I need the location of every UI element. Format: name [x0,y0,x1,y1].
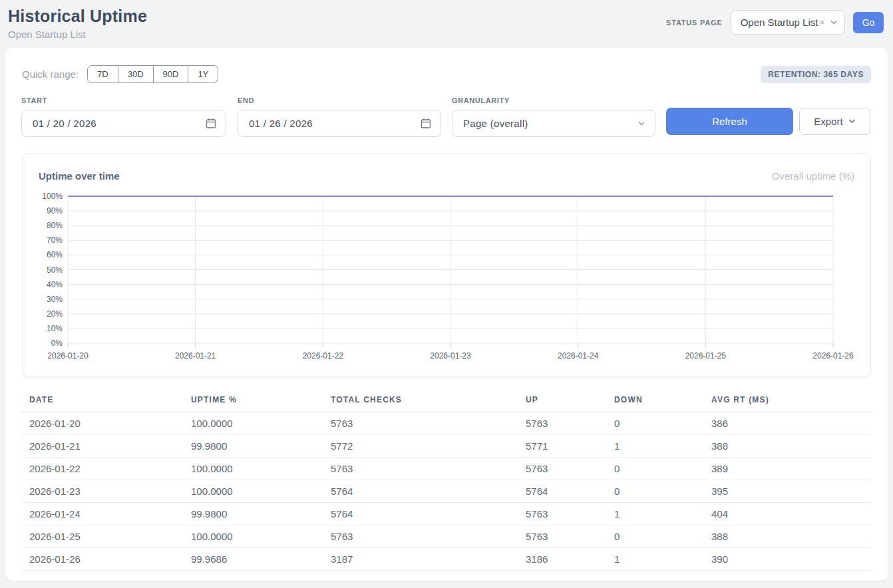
table-cell: 2026-01-25 [22,525,184,548]
table-cell: 388 [704,435,871,458]
chevron-down-icon [830,20,838,25]
calendar-icon[interactable] [206,118,216,129]
table-cell: 5763 [518,412,607,435]
table-cell: 5763 [518,458,607,480]
retention-badge: RETENTION: 365 DAYS [761,66,871,83]
status-page-selected-value: Open Startup List [741,17,818,28]
granularity-selected-value: Page (overall) [463,118,528,129]
table-row: 2026-01-20100.0000576357630386 [22,412,871,435]
table-cell: 5771 [518,435,607,458]
svg-text:2026-01-21: 2026-01-21 [175,351,216,361]
start-date-value: 01 / 20 / 2026 [33,118,96,129]
table-cell: 5764 [518,480,607,503]
start-date-group: START 01 / 20 / 2026 [21,96,226,137]
column-header: UP [518,390,607,412]
svg-text:60%: 60% [47,250,63,259]
table-cell: 100.0000 [184,458,323,480]
table-row: 2026-01-2499.9800576457631404 [22,503,871,525]
table-row: 2026-01-2199.9800577257711388 [22,435,871,458]
table-cell: 0 [607,458,704,480]
table-cell: 99.9686 [184,548,323,571]
granularity-select[interactable]: Page (overall) [452,110,655,137]
column-header: DATE [22,390,184,412]
page-header: Historical Uptime Open Startup List [8,7,147,40]
calendar-icon[interactable] [421,118,431,129]
svg-text:90%: 90% [47,206,63,216]
table-cell: 5763 [323,525,518,548]
svg-text:2026-01-24: 2026-01-24 [558,351,599,361]
page-subtitle: Open Startup List [8,29,147,40]
quick-range-7d[interactable]: 7D [87,65,118,83]
table-cell: 2026-01-20 [22,412,184,435]
svg-text:2026-01-22: 2026-01-22 [303,351,344,361]
granularity-label: GRANULARITY [452,96,655,104]
table-cell: 5763 [518,525,607,548]
go-button[interactable]: Go [853,12,884,33]
table-cell: 2026-01-21 [22,435,184,458]
status-page-controls: STATUS PAGE Open Startup List × Go [666,10,884,35]
table-cell: 99.9800 [184,503,323,525]
end-date-value: 01 / 26 / 2026 [249,118,313,129]
quick-range-row: Quick range: 7D30D90D1Y [22,65,218,83]
table-cell: 404 [704,503,871,525]
table-row: 2026-01-22100.0000576357630389 [22,458,871,480]
svg-text:50%: 50% [47,265,63,275]
end-date-group: END 01 / 26 / 2026 [238,96,441,137]
end-date-input[interactable]: 01 / 26 / 2026 [238,110,441,137]
table-cell: 100.0000 [184,480,323,503]
svg-text:40%: 40% [47,280,63,289]
svg-text:0%: 0% [51,339,63,348]
table-cell: 5763 [518,503,607,525]
table-cell: 386 [704,412,871,435]
column-header: UPTIME % [184,390,323,412]
chart-title: Uptime over time [39,170,120,182]
table-cell: 2026-01-22 [22,458,184,480]
quick-range-label: Quick range: [22,69,79,80]
start-date-input[interactable]: 01 / 20 / 2026 [21,110,226,137]
export-button-label: Export [814,116,842,127]
table-cell: 390 [704,548,871,571]
table-row: 2026-01-2699.9686318731861390 [22,548,871,571]
chart-legend: Overall uptime (%) [772,170,854,182]
main-card: Quick range: 7D30D90D1Y RETENTION: 365 D… [5,48,888,581]
svg-text:20%: 20% [47,309,63,319]
table-cell: 5764 [323,503,518,525]
table-cell: 99.9800 [184,435,323,458]
svg-text:100%: 100% [42,192,63,201]
table-header-row: DATEUPTIME %TOTAL CHECKSUPDOWNAVG RT (MS… [22,390,871,412]
table-cell: 395 [704,480,871,503]
clear-selection-icon[interactable]: × [819,17,824,27]
table-cell: 5763 [323,412,518,435]
table-cell: 100.0000 [184,412,323,435]
table-cell: 3186 [518,548,607,571]
chevron-down-icon [637,121,645,126]
svg-text:2026-01-25: 2026-01-25 [685,351,727,361]
table-cell: 1 [607,503,704,525]
table-row: 2026-01-25100.0000576357630388 [22,525,871,548]
svg-text:80%: 80% [47,221,63,230]
column-header: TOTAL CHECKS [323,390,518,412]
table-cell: 1 [607,435,704,458]
column-header: DOWN [607,390,704,412]
refresh-button[interactable]: Refresh [666,108,793,135]
export-button[interactable]: Export [799,108,870,135]
uptime-line-chart: 0%10%20%30%40%50%60%70%80%90%100%2026-01… [23,187,870,373]
table-cell: 2026-01-23 [22,480,184,503]
status-page-select[interactable]: Open Startup List × [731,10,845,35]
table-cell: 0 [607,480,704,503]
table-cell: 389 [704,458,871,480]
uptime-chart-card: Uptime over time Overall uptime (%) 0%10… [22,153,871,377]
table-cell: 5764 [323,480,518,503]
table-cell: 5772 [323,435,518,458]
granularity-group: GRANULARITY Page (overall) [452,96,655,137]
svg-text:2026-01-26: 2026-01-26 [812,351,854,361]
svg-text:2026-01-23: 2026-01-23 [430,351,471,361]
table-cell: 100.0000 [184,525,323,548]
quick-range-90d[interactable]: 90D [154,65,189,83]
table-cell: 5763 [323,458,518,480]
quick-range-30d[interactable]: 30D [118,65,154,83]
start-date-label: START [21,96,226,104]
uptime-table: DATEUPTIME %TOTAL CHECKSUPDOWNAVG RT (MS… [22,390,871,571]
chevron-down-icon [848,119,856,124]
quick-range-1y[interactable]: 1Y [188,65,218,83]
